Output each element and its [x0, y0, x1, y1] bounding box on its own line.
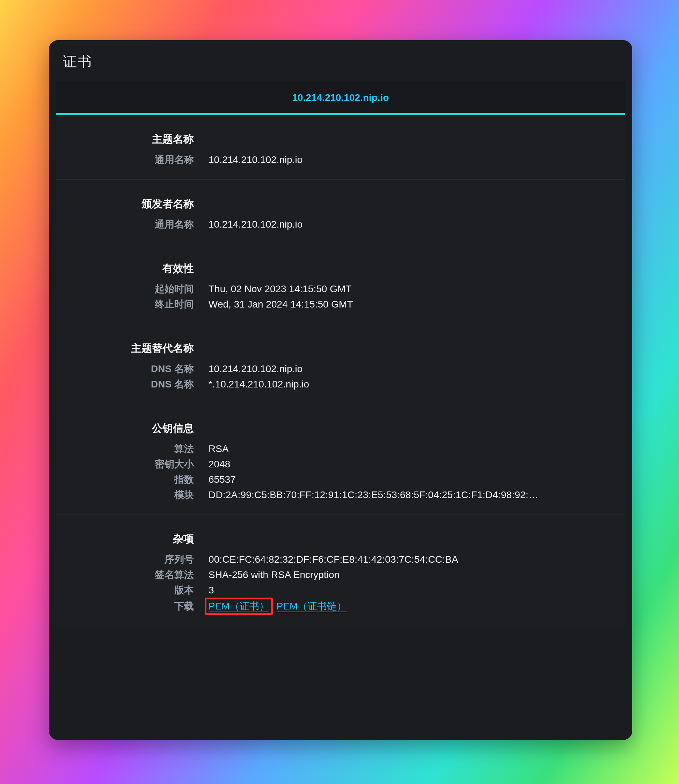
row-label: 通用名称 — [67, 155, 208, 165]
certificate-content: 主题名称 通用名称 10.214.210.102.nip.io 颁发者名称 通用… — [56, 115, 625, 628]
row-label: DNS 名称 — [67, 364, 208, 374]
section-subject: 主题名称 通用名称 10.214.210.102.nip.io — [56, 115, 625, 180]
section-san: 主题替代名称 DNS 名称 10.214.210.102.nip.io DNS … — [56, 324, 625, 404]
cert-row: 指数 65537 — [67, 472, 614, 487]
pem-cert-highlight: PEM（证书） — [205, 598, 273, 615]
row-label: 版本 — [67, 586, 208, 595]
section-pubkey: 公钥信息 算法 RSA 密钥大小 2048 指数 65537 模块 DD: — [56, 404, 625, 515]
row-value: RSA — [208, 444, 614, 454]
cert-row: 版本 3 — [67, 583, 614, 598]
row-value: 65537 — [208, 475, 614, 484]
row-label: 签名算法 — [67, 570, 208, 580]
tab-label: 10.214.210.102.nip.io — [292, 92, 389, 103]
row-value: 10.214.210.102.nip.io — [208, 220, 614, 230]
row-value: 3 — [208, 586, 614, 595]
row-label: DNS 名称 — [67, 380, 208, 389]
row-value: DD:2A:99:C5:BB:70:FF:12:91:1C:23:E5:53:6… — [208, 490, 614, 500]
cert-row: 终止时间 Wed, 31 Jan 2024 14:15:50 GMT — [67, 297, 614, 312]
section-header: 颁发者名称 — [67, 198, 208, 209]
row-value: Wed, 31 Jan 2024 14:15:50 GMT — [208, 300, 614, 309]
row-label: 下载 — [67, 601, 208, 611]
row-label: 指数 — [67, 475, 208, 484]
section-header: 公钥信息 — [67, 423, 208, 434]
section-validity: 有效性 起始时间 Thu, 02 Nov 2023 14:15:50 GMT 终… — [56, 244, 625, 324]
row-value: 10.214.210.102.nip.io — [208, 364, 614, 374]
cert-row-download: 下载 PEM（证书） PEM（证书链） — [67, 598, 614, 616]
cert-row: 序列号 00:CE:FC:64:82:32:DF:F6:CF:E8:41:42:… — [67, 552, 614, 567]
cert-row: 模块 DD:2A:99:C5:BB:70:FF:12:91:1C:23:E5:5… — [67, 487, 614, 503]
certificate-panel: 证书 10.214.210.102.nip.io 主题名称 通用名称 10.21… — [49, 40, 632, 740]
row-value: 10.214.210.102.nip.io — [208, 155, 614, 165]
cert-row: 密钥大小 2048 — [67, 457, 614, 472]
cert-row: 通用名称 10.214.210.102.nip.io — [67, 152, 614, 167]
cert-row: DNS 名称 *.10.214.210.102.nip.io — [67, 376, 614, 392]
row-value: 00:CE:FC:64:82:32:DF:F6:CF:E8:41:42:03:7… — [208, 554, 614, 564]
page-title: 证书 — [49, 52, 632, 82]
row-label: 起始时间 — [67, 284, 208, 294]
tab-host[interactable]: 10.214.210.102.nip.io — [56, 82, 625, 115]
row-label: 通用名称 — [67, 220, 208, 230]
download-pem-cert-link[interactable]: PEM（证书） — [208, 601, 269, 611]
tab-underline — [56, 113, 625, 115]
row-label: 终止时间 — [67, 300, 208, 309]
row-label: 密钥大小 — [67, 459, 208, 469]
cert-row: 通用名称 10.214.210.102.nip.io — [67, 217, 614, 232]
cert-row: 算法 RSA — [67, 441, 614, 457]
section-header: 主题替代名称 — [67, 343, 208, 354]
tab-bar: 10.214.210.102.nip.io — [56, 82, 625, 115]
download-links: PEM（证书） PEM（证书链） — [208, 601, 614, 613]
section-header: 有效性 — [67, 263, 208, 274]
row-value: Thu, 02 Nov 2023 14:15:50 GMT — [208, 284, 614, 294]
section-header: 杂项 — [67, 534, 208, 544]
section-header: 主题名称 — [67, 134, 208, 145]
section-misc: 杂项 序列号 00:CE:FC:64:82:32:DF:F6:CF:E8:41:… — [56, 515, 625, 628]
row-value: 2048 — [208, 459, 614, 469]
row-label: 序列号 — [67, 554, 208, 564]
row-label: 模块 — [67, 490, 208, 500]
row-label: 算法 — [67, 444, 208, 454]
download-pem-chain-link[interactable]: PEM（证书链） — [275, 601, 348, 613]
cert-row: 签名算法 SHA-256 with RSA Encryption — [67, 567, 614, 583]
row-value: SHA-256 with RSA Encryption — [208, 570, 614, 580]
row-value: *.10.214.210.102.nip.io — [208, 380, 614, 389]
cert-row: DNS 名称 10.214.210.102.nip.io — [67, 361, 614, 376]
cert-row: 起始时间 Thu, 02 Nov 2023 14:15:50 GMT — [67, 281, 614, 297]
section-issuer: 颁发者名称 通用名称 10.214.210.102.nip.io — [56, 180, 625, 244]
